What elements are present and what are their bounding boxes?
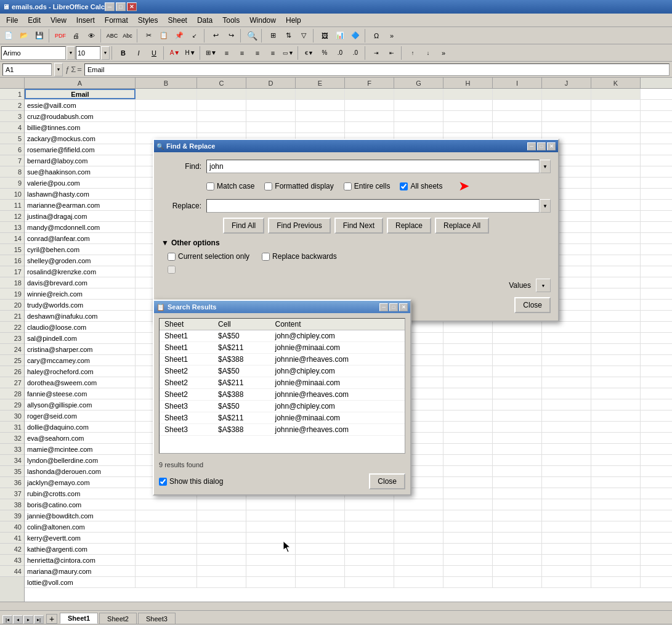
italic-button[interactable]: I xyxy=(131,46,146,60)
cell-empty[interactable] xyxy=(394,555,443,565)
menu-tools[interactable]: Tools xyxy=(217,15,245,26)
cell-empty[interactable] xyxy=(591,488,641,499)
cell-empty[interactable] xyxy=(542,577,591,587)
search-results-minimize[interactable]: ─ xyxy=(379,303,388,311)
find-previous-button[interactable]: Find Previous xyxy=(268,218,330,234)
search-results-dialog[interactable]: 📋 Search Results ─ □ ✕ Sheet Cell Conten… xyxy=(153,300,411,496)
menu-insert[interactable]: Insert xyxy=(71,15,100,26)
formula-input[interactable] xyxy=(84,63,670,76)
find-input[interactable] xyxy=(206,160,540,173)
cell-e1[interactable] xyxy=(296,89,345,99)
cell-empty[interactable] xyxy=(246,577,296,587)
cell-empty[interactable] xyxy=(443,577,493,587)
cell-email[interactable]: mamie@mcintee.com xyxy=(25,444,136,454)
cell-empty[interactable] xyxy=(591,266,641,277)
cell-email[interactable]: boris@catino.com xyxy=(25,499,136,510)
formatted-display-checkbox[interactable] xyxy=(264,182,272,190)
pdf-button[interactable]: PDF xyxy=(53,28,68,43)
sheet-tab-1[interactable]: Sheet1 xyxy=(60,613,98,624)
cell-b1[interactable] xyxy=(136,89,197,99)
cell-empty[interactable] xyxy=(542,355,591,366)
cell-empty[interactable] xyxy=(136,533,197,543)
all-sheets-checkbox[interactable] xyxy=(400,182,408,190)
copy-button[interactable]: 📋 xyxy=(156,28,171,43)
cell-empty[interactable] xyxy=(542,377,591,388)
cell-email[interactable]: jacklyn@emayo.com xyxy=(25,477,136,488)
cell-empty[interactable] xyxy=(394,100,443,110)
paste-button[interactable]: 📌 xyxy=(172,28,187,43)
equals-icon[interactable]: = xyxy=(77,65,82,74)
cell-empty[interactable] xyxy=(443,322,493,332)
cell-empty[interactable] xyxy=(443,444,493,454)
cell-empty[interactable] xyxy=(591,422,641,432)
cell-empty[interactable] xyxy=(443,455,493,465)
cell-empty[interactable] xyxy=(296,510,345,521)
cell-empty[interactable] xyxy=(591,255,641,266)
wrap-option[interactable] xyxy=(168,266,178,274)
cell-empty[interactable] xyxy=(542,122,591,133)
next-sheet-button[interactable]: ▸ xyxy=(23,615,33,624)
cell-empty[interactable] xyxy=(136,510,197,521)
cell-j1[interactable] xyxy=(542,89,591,99)
cell-empty[interactable] xyxy=(591,189,641,199)
cell-email[interactable]: shelley@groden.com xyxy=(25,255,136,266)
cell-empty[interactable] xyxy=(345,577,394,587)
cell-empty[interactable] xyxy=(197,122,246,133)
cell-empty[interactable] xyxy=(197,533,246,543)
cell-empty[interactable] xyxy=(345,533,394,543)
cell-empty[interactable] xyxy=(443,377,493,388)
cell-empty[interactable] xyxy=(136,111,197,121)
cell-empty[interactable] xyxy=(542,455,591,465)
cell-email[interactable]: lottie@voll.com xyxy=(25,577,136,587)
search-results-close[interactable]: ✕ xyxy=(399,303,408,311)
cell-empty[interactable] xyxy=(394,122,443,133)
cell-empty[interactable] xyxy=(394,566,443,576)
more2-button[interactable]: » xyxy=(436,46,451,60)
draw-button[interactable]: 🔷 xyxy=(348,28,363,43)
cell-email[interactable]: trudy@worlds.com xyxy=(25,300,136,310)
cell-email[interactable]: mandy@mcdonnell.com xyxy=(25,222,136,232)
cell-empty[interactable] xyxy=(493,455,542,465)
cell-empty[interactable] xyxy=(443,544,493,554)
cell-email[interactable]: kerry@evertt.com xyxy=(25,533,136,543)
find-replace-close[interactable]: ✕ xyxy=(547,142,556,150)
cell-empty[interactable] xyxy=(197,577,246,587)
cell-empty[interactable] xyxy=(493,477,542,488)
cell-empty[interactable] xyxy=(394,533,443,543)
cell-empty[interactable] xyxy=(197,100,246,110)
cell-empty[interactable] xyxy=(443,533,493,543)
cell-email[interactable]: fannie@steese.com xyxy=(25,388,136,399)
cell-reference-box[interactable]: A1 xyxy=(2,63,52,76)
align-justify-button[interactable]: ≡ xyxy=(265,46,280,60)
filter-button[interactable]: ▽ xyxy=(296,28,311,43)
open-button[interactable]: 📂 xyxy=(17,28,31,43)
save-button[interactable]: 💾 xyxy=(32,28,47,43)
cell-email[interactable]: sue@haakinson.com xyxy=(25,166,136,177)
cell-empty[interactable] xyxy=(591,122,641,133)
cell-email[interactable]: davis@brevard.com xyxy=(25,277,136,288)
cut-button[interactable]: ✂ xyxy=(141,28,156,43)
cell-empty[interactable] xyxy=(394,521,443,532)
cell-empty[interactable] xyxy=(493,322,542,332)
cell-empty[interactable] xyxy=(493,399,542,410)
cell-d1[interactable] xyxy=(246,89,296,99)
font-size-dropdown-arrow[interactable]: ▼ xyxy=(101,46,110,60)
cell-empty[interactable] xyxy=(246,100,296,110)
function-wizard-icon[interactable]: ƒ xyxy=(65,65,70,74)
cell-email[interactable]: deshawn@inafuku.com xyxy=(25,311,136,321)
cell-empty[interactable] xyxy=(591,200,641,210)
values-dropdown[interactable]: ▼ xyxy=(536,279,551,292)
cell-empty[interactable] xyxy=(345,510,394,521)
cell-email[interactable]: rosemarie@fifield.com xyxy=(25,144,136,155)
cell-empty[interactable] xyxy=(542,111,591,121)
cell-empty[interactable] xyxy=(542,521,591,532)
cell-i1[interactable] xyxy=(493,89,542,99)
cell-empty[interactable] xyxy=(542,544,591,554)
find-all-button[interactable]: Find All xyxy=(223,218,264,234)
special-chars-button[interactable]: Ω xyxy=(369,28,384,43)
table-row[interactable]: Sheet3$A$211johnie@minaai.com xyxy=(160,412,405,424)
cell-empty[interactable] xyxy=(345,111,394,121)
cell-ref-dropdown[interactable]: ▼ xyxy=(54,63,63,76)
cell-empty[interactable] xyxy=(197,544,246,554)
close-button[interactable]: ✕ xyxy=(127,2,137,11)
